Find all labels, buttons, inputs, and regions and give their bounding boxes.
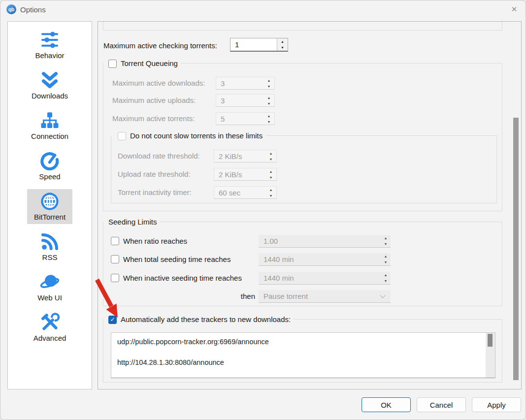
sidebar-item-label: BitTorrent	[34, 213, 66, 221]
max-checking-spinbox[interactable]: 1 ▲ ▼	[230, 38, 288, 52]
spin-up-icon[interactable]: ▲	[265, 150, 276, 156]
download-rate-threshold-value[interactable]: 2 KiB/s	[214, 150, 265, 162]
torrent-inactivity-timer-value[interactable]: 60 sec	[214, 187, 265, 198]
slow-torrents-checkbox[interactable]	[118, 132, 126, 140]
upload-rate-threshold-spinbox[interactable]: 2 KiB/s ▲ ▼	[214, 168, 277, 181]
spin-down-icon[interactable]: ▼	[265, 174, 276, 180]
when-inactive-seeding-time-checkbox[interactable]	[111, 274, 119, 282]
close-icon[interactable]: ✕	[503, 0, 526, 18]
sidebar-item-downloads[interactable]: Downloads	[25, 68, 75, 103]
globe-icon	[40, 192, 60, 211]
ok-button[interactable]: OK	[362, 397, 411, 412]
sidebar-item-label: Behavior	[35, 51, 64, 60]
tools-icon	[40, 313, 60, 332]
bittorrent-settings-panel: Maximum active checking torrents: 1 ▲ ▼ …	[98, 21, 522, 389]
max-uploads-spinbox[interactable]: 3 ▲ ▼	[216, 94, 275, 107]
spin-down-icon[interactable]: ▼	[265, 193, 276, 198]
sidebar-item-rss[interactable]: RSS	[33, 229, 66, 264]
inactive-seeding-time-value[interactable]: 1440 min	[259, 274, 381, 282]
spin-down-icon[interactable]: ▼	[265, 156, 276, 162]
speedometer-icon	[40, 151, 60, 171]
max-torrents-label: Maximum active torrents:	[112, 114, 195, 124]
download-rate-threshold-label: Download rate threshold:	[118, 151, 200, 161]
panel-scrollbar-thumb[interactable]	[513, 118, 519, 380]
spin-up-icon[interactable]: ▲	[263, 77, 274, 83]
apply-button[interactable]: Apply	[472, 397, 521, 412]
inactive-seeding-time-spinbox[interactable]: 1440 min ▲ ▼	[259, 272, 391, 285]
sidebar-item-behavior[interactable]: Behavior	[28, 28, 71, 63]
total-seeding-time-value[interactable]: 1440 min	[259, 255, 381, 263]
spin-up-icon[interactable]: ▲	[265, 168, 276, 174]
spin-up-icon[interactable]: ▲	[381, 253, 391, 259]
sidebar-item-label: RSS	[42, 253, 58, 261]
double-chevron-down-icon	[40, 70, 60, 90]
when-ratio-reaches-checkbox[interactable]	[111, 237, 119, 245]
upload-rate-threshold-value[interactable]: 2 KiB/s	[214, 168, 265, 180]
trackers-scrollbar[interactable]	[486, 333, 495, 378]
max-checking-value[interactable]: 1	[230, 38, 277, 51]
sidebar-item-bittorrent[interactable]: BitTorrent	[27, 189, 72, 224]
when-inactive-seeding-time-label: When inactive seeding time reaches	[123, 273, 242, 283]
auto-trackers-label: Automatically add these trackers to new …	[121, 315, 291, 324]
spin-up-icon[interactable]: ▲	[265, 187, 276, 193]
rss-icon	[40, 232, 60, 252]
max-uploads-value[interactable]: 3	[216, 95, 263, 106]
sidebar-item-label: Connection	[31, 132, 68, 140]
spin-down-icon[interactable]: ▼	[381, 241, 391, 248]
when-ratio-reaches-label: When ratio reaches	[123, 236, 187, 246]
when-total-seeding-time-label: When total seeding time reaches	[123, 255, 230, 264]
ratio-limit-spinbox[interactable]: 1.00 ▲ ▼	[259, 235, 391, 248]
max-downloads-spinbox[interactable]: 3 ▲ ▼	[216, 77, 275, 90]
spin-up-icon[interactable]: ▲	[381, 235, 391, 241]
upload-rate-threshold-label: Upload rate threshold:	[118, 169, 191, 179]
tracker-url-2[interactable]: http://104.28.1.30:8080/announce	[117, 357, 480, 368]
auto-trackers-checkbox[interactable]	[108, 316, 117, 324]
chevron-down-icon[interactable]	[380, 292, 385, 298]
network-tree-icon	[40, 111, 60, 130]
seeding-action-value[interactable]: Pause torrent	[259, 292, 381, 300]
max-downloads-value[interactable]: 3	[216, 77, 263, 89]
download-rate-threshold-spinbox[interactable]: 2 KiB/s ▲ ▼	[214, 150, 277, 162]
sidebar-item-label: Downloads	[32, 92, 68, 100]
cancel-button[interactable]: Cancel	[417, 397, 466, 412]
spin-down-icon[interactable]: ▼	[277, 45, 288, 51]
max-torrents-value[interactable]: 5	[216, 113, 263, 125]
tracker-url-1[interactable]: udp://public.popcorn-tracker.org:6969/an…	[117, 337, 480, 347]
spin-up-icon[interactable]: ▲	[263, 113, 274, 119]
tracker-blank-line[interactable]	[117, 347, 480, 357]
spin-down-icon[interactable]: ▼	[381, 259, 391, 266]
max-torrents-spinbox[interactable]: 5 ▲ ▼	[216, 112, 275, 125]
previous-groupbox-cutoff	[103, 21, 502, 31]
sidebar-item-webui[interactable]: Web UI	[31, 270, 69, 305]
when-total-seeding-time-checkbox[interactable]	[111, 255, 119, 263]
ratio-limit-value[interactable]: 1.00	[259, 237, 381, 245]
settings-sidebar: Behavior Downloads	[7, 21, 92, 389]
spin-down-icon[interactable]: ▼	[381, 278, 391, 285]
then-label: then	[222, 291, 255, 301]
trackers-textarea[interactable]: udp://public.popcorn-tracker.org:6969/an…	[111, 332, 495, 378]
spin-up-icon[interactable]: ▲	[277, 38, 288, 45]
seeding-action-dropdown[interactable]: Pause torrent	[259, 290, 391, 303]
options-dialog: qb Options ✕ Behavior Downloads	[0, 0, 526, 420]
max-downloads-label: Maximum active downloads:	[112, 78, 205, 88]
spin-down-icon[interactable]: ▼	[263, 83, 274, 89]
sidebar-item-speed[interactable]: Speed	[32, 149, 67, 184]
total-seeding-time-spinbox[interactable]: 1440 min ▲ ▼	[259, 253, 391, 266]
spin-up-icon[interactable]: ▲	[263, 95, 274, 100]
max-uploads-label: Maximum active uploads:	[112, 96, 196, 105]
spin-up-icon[interactable]: ▲	[381, 272, 391, 278]
torrent-queueing-checkbox[interactable]	[108, 60, 117, 68]
torrent-inactivity-timer-label: Torrent inactivity timer:	[118, 188, 192, 197]
spin-down-icon[interactable]: ▼	[263, 119, 274, 125]
seeding-limits-title: Seeding Limits	[108, 217, 157, 227]
sidebar-item-advanced[interactable]: Advanced	[27, 310, 73, 345]
titlebar: qb Options ✕	[0, 0, 526, 18]
trackers-scrollbar-thumb[interactable]	[488, 334, 493, 347]
sidebar-item-connection[interactable]: Connection	[24, 108, 75, 143]
spin-down-icon[interactable]: ▼	[263, 100, 274, 106]
torrent-queueing-group: Torrent Queueing Maximum active download…	[103, 63, 502, 211]
max-checking-label: Maximum active checking torrents:	[103, 41, 217, 51]
sliders-icon	[40, 30, 60, 50]
torrent-inactivity-timer-spinbox[interactable]: 60 sec ▲ ▼	[214, 186, 277, 199]
torrent-queueing-label: Torrent Queueing	[121, 59, 178, 68]
